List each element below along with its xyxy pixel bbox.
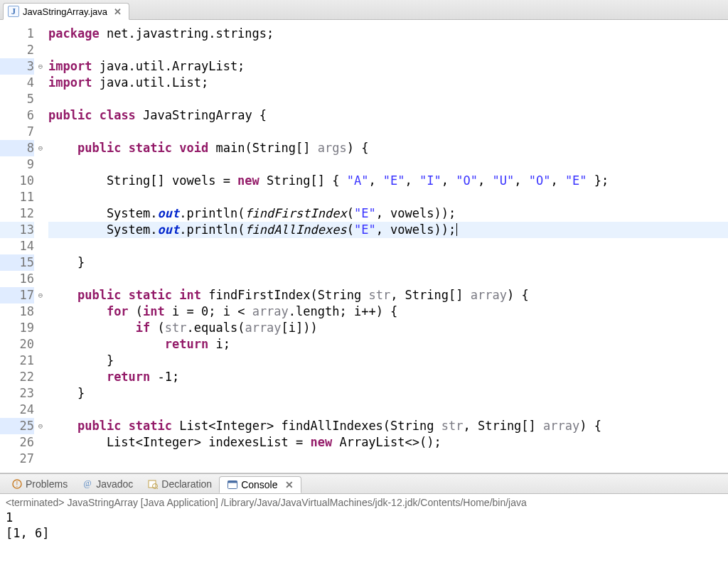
code-line[interactable]: public static int findFirstIndex(String … [48,287,728,303]
code-line[interactable]: System.out.println(findFirstIndex("E", v… [48,205,728,222]
fold-spacer [36,222,46,238]
line-number: 10 [0,173,34,189]
bottom-panel: ! Problems @ Javadoc Declaration Console… [0,473,728,575]
line-number: 1 [0,26,34,42]
line-number: 6 [0,107,34,124]
code-line[interactable]: } [48,254,728,271]
code-line[interactable]: } [48,385,728,402]
line-number: 8 [0,140,34,156]
line-number: 19 [0,320,34,336]
code-line[interactable] [48,238,728,254]
views-tab-bar: ! Problems @ Javadoc Declaration Console… [0,474,728,494]
code-line[interactable] [48,156,728,173]
code-line[interactable]: return i; [48,336,728,353]
code-line[interactable]: } [48,353,728,369]
line-number: 11 [0,189,34,205]
code-line[interactable] [48,189,728,205]
console-body[interactable]: <terminated> JavaStringArray [Java Appli… [0,494,728,575]
fold-spacer [36,124,46,140]
line-number: 15 [0,254,34,271]
line-number: 25 [0,418,34,434]
console-output-line: [1, 6] [6,525,722,541]
javadoc-icon: @ [82,478,93,490]
view-tab-label: Console [241,479,277,490]
code-line[interactable] [48,402,728,418]
line-number: 14 [0,238,34,254]
code-line[interactable] [48,451,728,467]
fold-spacer [36,303,46,320]
problems-icon: ! [11,478,23,490]
line-number: 9 [0,156,34,173]
fold-spacer [36,107,46,124]
code-line[interactable] [48,42,728,58]
view-tab-problems[interactable]: ! Problems [4,476,75,492]
fold-spacer [36,369,46,385]
code-line[interactable]: String[] vowels = new String[] { "A", "E… [48,173,728,189]
code-line[interactable]: return -1; [48,369,728,385]
code-area[interactable]: 1234567891011121314151617181920212223242… [0,20,728,473]
code-line[interactable] [48,124,728,140]
line-number: 13 [0,222,34,238]
fold-toggle-icon[interactable]: ⊖ [36,418,46,434]
code-line[interactable] [48,91,728,107]
fold-spacer [36,402,46,418]
fold-gutter[interactable]: ⊖⊖⊖⊖ [36,20,46,473]
console-icon [227,479,238,490]
fold-toggle-icon[interactable]: ⊖ [36,287,46,303]
fold-spacer [36,173,46,189]
line-number: 27 [0,451,34,467]
fold-spacer [36,320,46,336]
line-number: 5 [0,91,34,107]
fold-spacer [36,238,46,254]
fold-toggle-icon[interactable]: ⊖ [36,58,46,75]
editor-tab-active[interactable]: J JavaStringArray.java ✕ [3,3,129,20]
code-line[interactable]: System.out.println(findAllIndexes("E", v… [48,222,728,238]
fold-spacer [36,91,46,107]
fold-spacer [36,205,46,222]
svg-text:!: ! [16,480,18,488]
fold-spacer [36,353,46,369]
line-number: 7 [0,124,34,140]
code-line[interactable]: import java.util.List; [48,75,728,91]
code-line[interactable]: public static List<Integer> findAllIndex… [48,418,728,434]
declaration-icon [147,478,159,490]
line-number: 21 [0,353,34,369]
code-line[interactable]: public static void main(String[] args) { [48,140,728,156]
code-line[interactable]: import java.util.ArrayList; [48,58,728,75]
line-number: 22 [0,369,34,385]
line-number: 24 [0,402,34,418]
view-tab-javadoc[interactable]: @ Javadoc [75,476,140,492]
code-line[interactable] [48,271,728,287]
fold-toggle-icon[interactable]: ⊖ [36,140,46,156]
fold-spacer [36,156,46,173]
console-output-line: 1 [6,510,722,525]
code-line[interactable]: List<Integer> indexesList = new ArrayLis… [48,434,728,451]
code-line[interactable]: for (int i = 0; i < array.length; i++) { [48,303,728,320]
line-number: 2 [0,42,34,58]
code-line[interactable]: public class JavaStringArray { [48,107,728,124]
fold-spacer [36,271,46,287]
fold-spacer [36,75,46,91]
code-line[interactable]: package net.javastring.strings; [48,26,728,42]
source-code[interactable]: package net.javastring.strings; import j… [46,20,728,473]
view-tab-label: Declaration [161,478,212,490]
fold-spacer [36,254,46,271]
console-status: <terminated> JavaStringArray [Java Appli… [6,497,722,508]
view-tab-label: Problems [26,478,68,490]
line-number-gutter: 1234567891011121314151617181920212223242… [0,20,36,473]
line-number: 4 [0,75,34,91]
view-tab-console[interactable]: Console ✕ [219,476,301,493]
view-tab-label: Javadoc [96,478,133,490]
line-number: 17 [0,287,34,303]
fold-spacer [36,434,46,451]
line-number: 12 [0,205,34,222]
line-number: 20 [0,336,34,353]
svg-line-4 [156,488,158,489]
code-line[interactable]: if (str.equals(array[i])) [48,320,728,336]
close-tab-icon[interactable]: ✕ [114,6,122,17]
view-tab-declaration[interactable]: Declaration [140,476,219,492]
editor-tab-label: JavaStringArray.java [23,6,107,17]
editor-tab-bar: J JavaStringArray.java ✕ [0,0,728,20]
close-view-icon[interactable]: ✕ [285,479,294,490]
line-number: 16 [0,271,34,287]
